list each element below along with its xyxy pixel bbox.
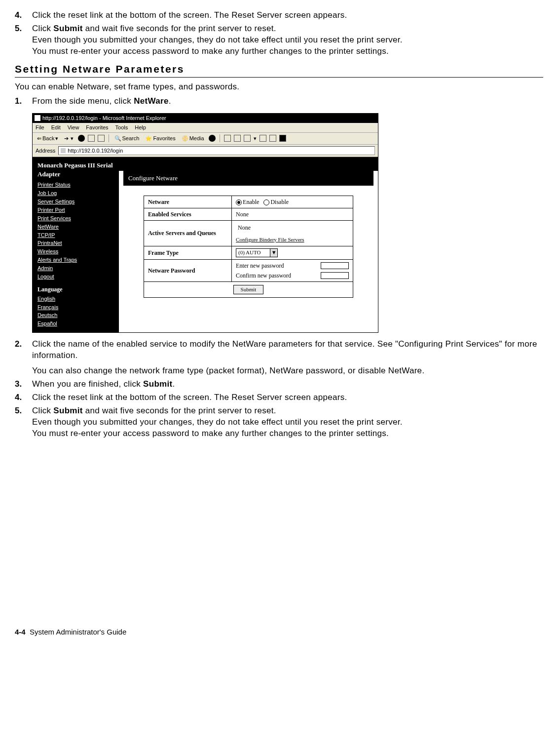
browser-window: http://192.0.0.192/login - Microsoft Int… xyxy=(32,113,378,333)
confirm-password-input[interactable] xyxy=(321,272,349,279)
step-number: 4. xyxy=(15,392,32,403)
config-table: Netware Enable Disable Enabled Services … xyxy=(144,196,353,298)
step-number: 1. xyxy=(15,96,32,107)
browser-toolbar: ⇐ Back ▾ ➔ ▾ 🔍Search ⭐Favorites 📀Media ▾ xyxy=(33,133,378,145)
language-header: Language xyxy=(37,285,114,293)
row-frame-label: Frame Type xyxy=(144,246,232,259)
messenger-icon[interactable] xyxy=(269,135,276,142)
sidebar-item-wireless[interactable]: Wireless xyxy=(37,248,114,255)
sidebar-item-logout[interactable]: Logout xyxy=(37,273,114,280)
frame-type-select[interactable]: (0) AUTO ▼ xyxy=(236,248,278,257)
media-button[interactable]: 📀Media xyxy=(180,134,206,143)
address-bar: Address http://192.0.0.192/login xyxy=(33,145,378,158)
forward-button[interactable]: ➔ ▾ xyxy=(63,134,74,143)
window-title: http://192.0.0.192/login - Microsoft Int… xyxy=(42,115,166,122)
footer-title: System Administrator's Guide xyxy=(30,628,126,636)
lang-deutsch[interactable]: Deutsch xyxy=(37,312,114,319)
sidebar-item-printer-port[interactable]: Printer Port xyxy=(37,206,114,214)
print-icon[interactable] xyxy=(234,135,241,142)
step-number: 5. xyxy=(15,405,32,439)
sidebar-item-server-settings[interactable]: Server Settings xyxy=(37,198,114,205)
mail-icon[interactable] xyxy=(224,135,231,142)
row-enabled-services-label: Enabled Services xyxy=(144,208,232,221)
step-text: When you are finished, click Submit. xyxy=(32,379,543,390)
radio-enable[interactable] xyxy=(236,199,242,205)
step-text: Click the reset link at the bottom of th… xyxy=(32,392,543,403)
page-footer: 4-4 System Administrator's Guide xyxy=(15,627,543,637)
edit-icon[interactable] xyxy=(244,135,251,142)
sidebar: Monarch Pegasus III Serial Adapter Print… xyxy=(33,157,119,332)
row-frame-value: (0) AUTO ▼ xyxy=(232,246,353,259)
address-label: Address xyxy=(36,147,55,155)
sidebar-item-job-log[interactable]: Job Log xyxy=(37,190,114,197)
steps-top: 4. Click the reset link at the bottom of… xyxy=(15,10,543,57)
sidebar-item-admin[interactable]: Admin xyxy=(37,265,114,272)
row-netware-label: Netware xyxy=(144,196,232,208)
sidebar-item-printer-status[interactable]: Printer Status xyxy=(37,181,114,189)
discuss-icon[interactable] xyxy=(260,135,266,142)
step-text: Click Submit and wait five seconds for t… xyxy=(32,23,543,57)
extra-icon[interactable] xyxy=(279,135,286,142)
home-icon[interactable] xyxy=(98,135,105,142)
row-active-value: None Configure Bindery File Servers xyxy=(232,221,353,246)
section-heading: Setting Netware Parameters xyxy=(15,62,543,78)
menu-tools[interactable]: Tools xyxy=(115,124,128,131)
sidebar-item-printranet[interactable]: PrintraNet xyxy=(37,239,114,247)
lang-francais[interactable]: Français xyxy=(37,304,114,311)
sidebar-item-tcpip[interactable]: TCP/IP xyxy=(37,232,114,239)
step-text: Click the reset link at the bottom of th… xyxy=(32,10,543,21)
page-icon xyxy=(61,148,66,153)
chevron-down-icon: ▼ xyxy=(270,249,277,257)
row-active-label: Active Servers and Queues xyxy=(144,221,232,246)
steps-bottom: 2. Click the name of the enabled service… xyxy=(15,339,543,439)
refresh-icon[interactable] xyxy=(88,135,95,142)
main-panel: Configure Netware Netware Enable Disable… xyxy=(119,157,378,332)
section-intro: You can enable Netware, set frame types,… xyxy=(15,81,543,93)
step-text: Click Submit and wait five seconds for t… xyxy=(32,405,543,439)
sidebar-item-print-services[interactable]: Print Services xyxy=(37,215,114,222)
lang-espanol[interactable]: Español xyxy=(37,320,114,327)
sidebar-item-alerts[interactable]: Alerts and Traps xyxy=(37,256,114,264)
step-number: 2. xyxy=(15,339,32,377)
row-netware-value: Enable Disable xyxy=(232,196,353,208)
step-number: 4. xyxy=(15,10,32,21)
ie-icon xyxy=(35,115,40,121)
new-password-input[interactable] xyxy=(321,262,349,269)
history-icon[interactable] xyxy=(209,135,216,142)
step-number: 5. xyxy=(15,23,32,57)
submit-button[interactable]: Submit xyxy=(233,285,264,294)
radio-disable[interactable] xyxy=(263,199,269,205)
configure-bindery-link[interactable]: Configure Bindery File Servers xyxy=(236,237,304,242)
menu-help[interactable]: Help xyxy=(135,124,146,131)
address-input[interactable]: http://192.0.0.192/login xyxy=(58,146,375,156)
menu-file[interactable]: File xyxy=(36,124,44,131)
steps-mid: 1. From the side menu, click NetWare. xyxy=(15,96,543,107)
page-number: 4-4 xyxy=(15,628,26,636)
step-text: Click the name of the enabled service to… xyxy=(32,339,543,377)
search-button[interactable]: 🔍Search xyxy=(113,134,141,143)
browser-titlebar: http://192.0.0.192/login - Microsoft Int… xyxy=(33,114,378,123)
menu-view[interactable]: View xyxy=(68,124,79,131)
row-enabled-services-value: None xyxy=(232,208,353,221)
sidebar-item-netware[interactable]: NetWare xyxy=(37,223,114,231)
menu-edit[interactable]: Edit xyxy=(51,124,61,131)
back-button[interactable]: ⇐ Back ▾ xyxy=(36,134,60,143)
menu-favorites[interactable]: Favorites xyxy=(86,124,108,131)
stop-icon[interactable] xyxy=(78,135,85,142)
panel-header: Configure Netware xyxy=(123,171,374,186)
lang-english[interactable]: English xyxy=(37,295,114,303)
browser-menu: File Edit View Favorites Tools Help xyxy=(33,123,378,133)
row-password-label: Netware Password xyxy=(144,259,232,281)
sidebar-title: Monarch Pegasus III Serial Adapter xyxy=(37,161,114,178)
step-text: From the side menu, click NetWare. xyxy=(32,96,543,107)
step-number: 3. xyxy=(15,379,32,390)
row-password-value: Enter new password Confirm new password xyxy=(232,259,353,281)
favorites-button[interactable]: ⭐Favorites xyxy=(144,134,177,143)
